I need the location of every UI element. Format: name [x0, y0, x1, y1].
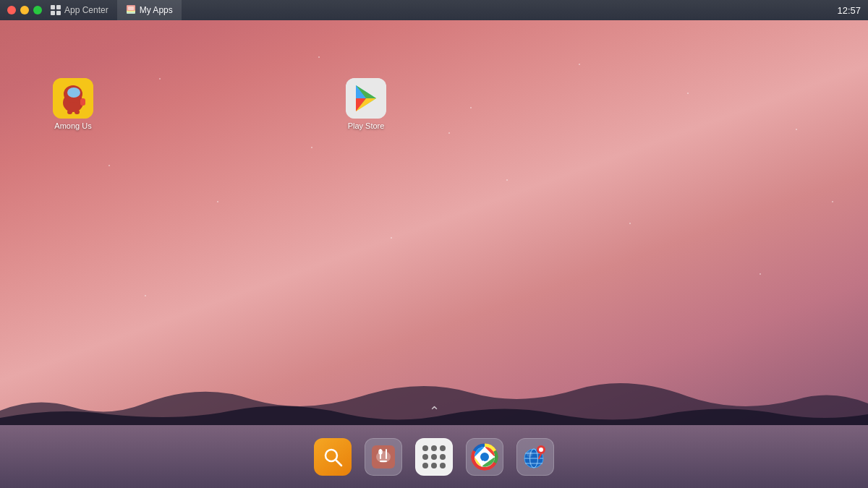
clock: 12:57	[837, 5, 861, 16]
sparkle	[629, 223, 631, 224]
tab-my-apps[interactable]: My Apps	[117, 0, 182, 20]
sparkle	[579, 64, 580, 65]
taskbar-search-button[interactable]	[314, 438, 352, 476]
sparkle	[391, 237, 392, 239]
play-store-label: Play Store	[348, 121, 385, 130]
svg-point-45	[527, 451, 532, 457]
svg-rect-0	[51, 5, 55, 9]
sparkle	[217, 201, 218, 202]
svg-rect-12	[80, 98, 85, 106]
titlebar: App Center My Apps 12:57	[0, 0, 868, 20]
desktop-icon-among-us[interactable]: Among Us	[47, 78, 99, 130]
chevron-up-button[interactable]: ⌃	[429, 403, 440, 419]
sparkle	[760, 273, 761, 275]
svg-rect-14	[75, 110, 80, 114]
desktop: Among Us	[0, 20, 868, 425]
svg-rect-13	[67, 110, 72, 114]
sparkle	[318, 56, 320, 58]
svg-point-35	[480, 453, 489, 461]
sparkle	[506, 179, 508, 181]
food-app-icon	[370, 443, 397, 471]
svg-rect-2	[51, 11, 55, 15]
svg-line-22	[336, 460, 341, 466]
taskbar-chrome-button[interactable]	[466, 438, 503, 476]
sparkle	[470, 107, 472, 108]
close-button[interactable]	[7, 6, 16, 14]
desktop-icon-play-store[interactable]: Play Store	[340, 78, 392, 130]
sparkle	[159, 78, 161, 80]
sparkle	[448, 132, 450, 134]
svg-rect-3	[56, 11, 61, 15]
chrome-icon-overlay	[471, 443, 498, 471]
dots-grid	[422, 445, 446, 468]
sparkle	[311, 147, 312, 148]
sparkle	[687, 93, 689, 94]
svg-point-11	[67, 87, 80, 98]
play-store-icon	[346, 78, 386, 119]
sparkle	[796, 129, 797, 130]
svg-rect-7	[128, 7, 134, 10]
globe-icon	[522, 444, 548, 470]
tab-app-center[interactable]: App Center	[42, 0, 117, 20]
taskbar-all-apps-button[interactable]	[415, 438, 453, 476]
sparkle	[832, 201, 833, 202]
app-center-icon	[51, 5, 61, 15]
search-icon	[322, 446, 344, 468]
svg-point-47	[539, 448, 543, 452]
my-apps-icon	[126, 5, 136, 15]
taskbar	[0, 425, 868, 488]
among-us-label: Among Us	[54, 121, 91, 130]
taskbar-food-app-button[interactable]	[365, 438, 402, 476]
tab-app-center-label: App Center	[64, 5, 109, 15]
among-us-icon	[53, 78, 93, 119]
tab-my-apps-label: My Apps	[140, 5, 173, 15]
minimize-button[interactable]	[20, 6, 29, 14]
maximize-button[interactable]	[33, 6, 42, 14]
svg-rect-27	[380, 461, 387, 462]
svg-rect-1	[56, 5, 61, 9]
sparkle	[109, 165, 110, 166]
sparkle	[145, 295, 146, 296]
taskbar-browser-button[interactable]	[516, 438, 554, 476]
svg-rect-26	[386, 449, 387, 459]
window-controls	[0, 6, 42, 14]
